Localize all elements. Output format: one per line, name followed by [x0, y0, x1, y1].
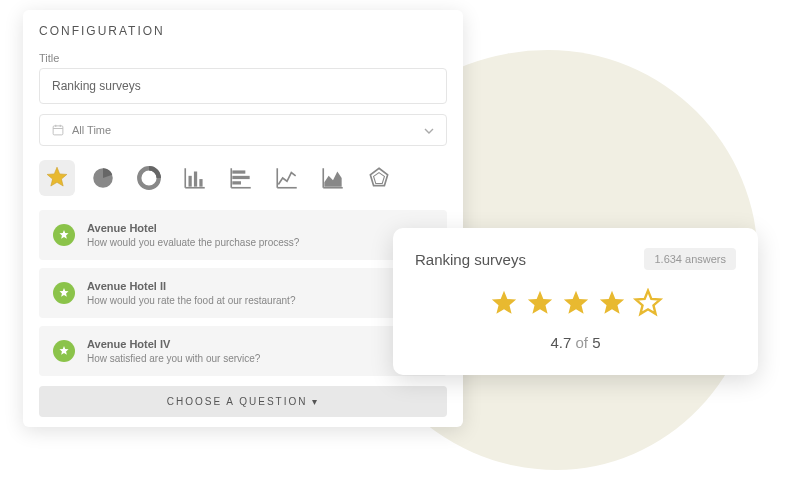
chart-type-bar-horizontal[interactable] [223, 160, 259, 196]
date-range-value: All Time [72, 124, 111, 136]
result-title: Ranking surveys [415, 251, 526, 268]
calendar-icon [52, 124, 64, 136]
question-item[interactable]: Avenue Hotel II How would you rate the f… [39, 268, 447, 318]
chart-type-star[interactable] [39, 160, 75, 196]
svg-rect-9 [194, 172, 197, 187]
chart-type-area[interactable] [315, 160, 351, 196]
star-badge-icon [53, 224, 75, 246]
question-subtitle: How would you evaluate the purchase proc… [87, 237, 299, 248]
star-badge-icon [53, 282, 75, 304]
chart-type-line[interactable] [269, 160, 305, 196]
svg-rect-13 [232, 170, 245, 173]
svg-rect-14 [232, 176, 249, 179]
star-rating-display [415, 288, 736, 320]
answers-badge: 1.634 answers [644, 248, 736, 270]
question-subtitle: How satisfied are you with our service? [87, 353, 260, 364]
choose-question-button[interactable]: CHOOSE A QUESTION ▾ [39, 386, 447, 417]
chart-type-row [23, 160, 463, 210]
svg-rect-10 [199, 179, 202, 187]
svg-marker-21 [374, 173, 385, 184]
result-card: Ranking surveys 1.634 answers 4.7 of 5 [393, 228, 758, 375]
star-icon [560, 288, 592, 320]
star-icon [524, 288, 556, 320]
score-text: 4.7 of 5 [415, 334, 736, 351]
question-title: Avenue Hotel [87, 222, 299, 234]
date-range-select[interactable]: All Time [39, 114, 447, 146]
chart-type-pie[interactable] [85, 160, 121, 196]
star-icon [596, 288, 628, 320]
panel-header: CONFIGURATION [23, 24, 463, 46]
question-item[interactable]: Avenue Hotel How would you evaluate the … [39, 210, 447, 260]
star-icon [488, 288, 520, 320]
chevron-down-icon [424, 124, 434, 136]
star-badge-icon [53, 340, 75, 362]
question-item[interactable]: Avenue Hotel IV How satisfied are you wi… [39, 326, 447, 376]
title-input[interactable] [39, 68, 447, 104]
question-title: Avenue Hotel II [87, 280, 295, 292]
svg-rect-0 [53, 126, 63, 135]
svg-rect-8 [189, 176, 192, 187]
question-subtitle: How would you rate the food at our resta… [87, 295, 295, 306]
chart-type-radar[interactable] [361, 160, 397, 196]
chart-type-donut[interactable] [131, 160, 167, 196]
chart-type-bar[interactable] [177, 160, 213, 196]
svg-rect-15 [232, 181, 241, 184]
title-label: Title [23, 46, 463, 68]
question-title: Avenue Hotel IV [87, 338, 260, 350]
star-outline-icon [632, 288, 664, 320]
